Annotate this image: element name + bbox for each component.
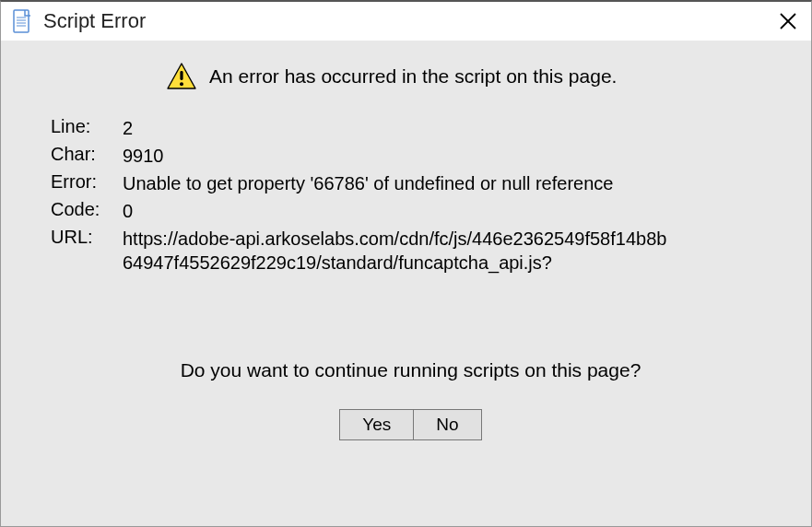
svg-rect-0: [14, 10, 29, 32]
label-char: Char:: [51, 142, 123, 170]
label-error: Error:: [51, 170, 123, 197]
value-code: 0: [123, 197, 676, 225]
no-label: No: [436, 415, 458, 434]
svg-point-8: [180, 82, 183, 86]
main-message: An error has occurred in the script on t…: [209, 65, 617, 88]
continue-prompt: Do you want to continue running scripts …: [47, 359, 774, 381]
row-line: Line: 2: [51, 114, 676, 142]
svg-rect-7: [180, 71, 182, 80]
content-area: An error has occurred in the script on t…: [1, 41, 811, 440]
row-code: Code: 0: [51, 197, 676, 225]
titlebar: Script Error: [1, 2, 811, 41]
value-char: 9910: [123, 142, 676, 170]
label-code: Code:: [51, 197, 123, 225]
row-url: URL: https://adobe-api.arkoselabs.com/cd…: [51, 225, 676, 276]
message-line: An error has occurred in the script on t…: [167, 63, 774, 90]
document-icon: [12, 9, 32, 33]
window-title: Script Error: [43, 9, 146, 33]
warning-icon: [167, 63, 196, 90]
label-url: URL:: [51, 225, 123, 276]
close-icon: [780, 13, 796, 29]
row-char: Char: 9910: [51, 142, 676, 170]
yes-button[interactable]: Yes: [339, 409, 414, 440]
no-button[interactable]: No: [413, 409, 481, 440]
details-table: Line: 2 Char: 9910 Error: Unable to get …: [51, 114, 676, 276]
row-error: Error: Unable to get property '66786' of…: [51, 170, 676, 197]
value-line: 2: [123, 114, 676, 142]
label-line: Line:: [51, 114, 123, 142]
button-row: Yes No: [47, 409, 774, 440]
value-url: https://adobe-api.arkoselabs.com/cdn/fc/…: [123, 225, 676, 276]
yes-label: Yes: [362, 415, 391, 434]
close-button[interactable]: [765, 2, 811, 41]
value-error: Unable to get property '66786' of undefi…: [123, 170, 676, 197]
